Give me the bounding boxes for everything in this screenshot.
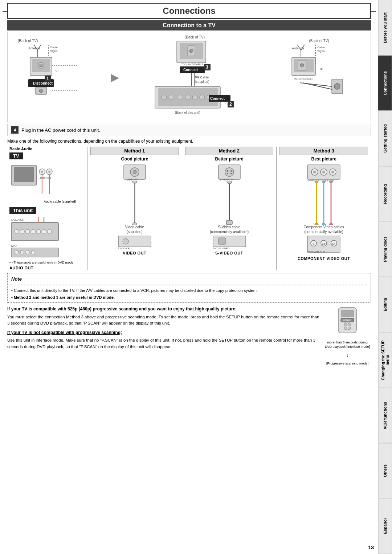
svg-text:Cr: Cr: [332, 243, 335, 245]
svg-rect-112: [219, 238, 226, 244]
svg-text:or: or: [320, 67, 323, 71]
svg-text:Connect: Connect: [183, 68, 198, 72]
diagram-row: (Back of TV) Antenna Cable Signal: [11, 35, 368, 119]
note-divider: [11, 285, 367, 285]
svg-text:Signal: Signal: [317, 49, 325, 53]
page-title: Connections: [163, 6, 215, 16]
progressive-caption2: [Progressive scanning mode]: [326, 361, 368, 366]
method3-port-label: COMPONENT VIDEO OUT: [298, 256, 350, 261]
svg-text:DVD: DVD: [11, 244, 17, 247]
svg-point-79: [42, 229, 46, 234]
method1-cable-svg: [131, 181, 138, 225]
svg-text:VIDEO IN: VIDEO IN: [127, 178, 138, 181]
page-title-bar: Connections: [7, 3, 371, 19]
svg-point-78: [36, 229, 41, 234]
method1-unit-connector-svg: DVD/VCR: [117, 234, 153, 249]
svg-point-102: [225, 168, 234, 176]
diagram-arrow: ▶: [111, 71, 119, 83]
back-of-tv-label-middle: (Back of TV): [185, 35, 205, 39]
method3-tv-connector-svg: COMPONENT VIDEO IN: [306, 163, 342, 181]
svg-point-99: [123, 239, 128, 244]
svg-text:2: 2: [229, 102, 232, 107]
svg-point-36: [169, 95, 174, 100]
svg-point-125: [315, 181, 318, 183]
svg-text:75Ω ANT/CABLE: 75Ω ANT/CABLE: [181, 63, 204, 66]
this-unit-drawing-svg: DVD/VCR or DVD: [9, 215, 82, 259]
method3-cables-svg: [309, 181, 338, 225]
svg-point-61: [334, 83, 340, 89]
audio-out-port-label: AUDIO OUT: [9, 266, 85, 270]
sidebar-tab-espanol[interactable]: Español: [378, 498, 392, 554]
svg-rect-140: [341, 310, 354, 317]
sidebar-tab-editing[interactable]: Editing: [378, 277, 392, 333]
this-unit-label: This unit: [9, 207, 36, 214]
sidebar-tab-recording[interactable]: Recording: [378, 166, 392, 222]
method1-quality: Good picture: [121, 156, 148, 162]
svg-point-105: [227, 173, 228, 174]
svg-point-23: [189, 49, 193, 53]
method3-column: Method 3 Best picture COMPONENT VIDEO IN: [276, 147, 371, 270]
svg-point-127: [329, 181, 333, 183]
svg-point-35: [162, 95, 167, 100]
svg-text:Y: Y: [313, 243, 314, 245]
svg-text:DVD S-VIDEO: DVD S-VIDEO: [213, 247, 230, 249]
svg-point-38: [185, 95, 190, 100]
sidebar-tab-playing-discs[interactable]: Playing discs: [378, 221, 392, 277]
svg-point-106: [230, 173, 232, 174]
method1-header: Method 1: [90, 147, 179, 155]
method1-tv-connector-svg: VIDEO IN: [120, 163, 149, 181]
basic-audio-label: Basic Audio: [9, 147, 85, 151]
svg-rect-111: [213, 236, 246, 247]
svg-point-39: [192, 95, 197, 100]
basic-audio-section: Basic Audio TV AUDIO IN Audio cable (sup…: [7, 147, 87, 270]
svg-text:Cable: Cable: [317, 46, 325, 49]
note-section: Note • Connect this unit directly to the…: [7, 273, 371, 303]
sidebar-tab-vcr[interactable]: VCR functions: [378, 388, 392, 443]
right-diagram-svg: Antenna Cable Signal 75Ω ANT/CABLE or: [290, 43, 348, 115]
svg-text:(Back of this unit): (Back of this unit): [175, 111, 200, 114]
method2-quality: Better picture: [215, 156, 243, 162]
svg-text:3: 3: [206, 65, 208, 70]
note-bullet2: • Method 2 and method 3 are only useful …: [11, 294, 367, 301]
svg-text:RF Cable: RF Cable: [195, 76, 209, 79]
progressive-section: If your TV is compatible with 525p (480p…: [7, 306, 371, 366]
svg-point-104: [230, 170, 232, 172]
sidebar-tab-changing-setup[interactable]: Changing the SETUP menu: [378, 333, 392, 388]
svg-text:(supplied): (supplied): [195, 80, 209, 83]
svg-point-86: [15, 250, 19, 254]
sidebar-tab-before-you-start[interactable]: Before you start: [378, 0, 392, 56]
svg-point-76: [25, 229, 30, 234]
svg-point-118: [322, 171, 325, 174]
tv-label: TV: [9, 152, 23, 159]
note-bullet1: • Connect this unit directly to the TV. …: [11, 288, 367, 294]
progressive-text1: You must select the connection Method 3 …: [7, 314, 320, 327]
sidebar-tab-getting-started[interactable]: Getting started: [378, 111, 392, 166]
svg-text:1: 1: [46, 76, 49, 81]
svg-text:DVD/VCR: DVD/VCR: [118, 247, 130, 249]
svg-point-80: [47, 229, 52, 234]
progressive-heading2: If your TV is not compatible with progre…: [7, 329, 320, 336]
step4-number: 4: [11, 126, 19, 134]
svg-point-37: [178, 95, 183, 100]
method3-cable-note: Component Video cables (commercially ava…: [303, 225, 344, 234]
back-of-tv-label-left: (Back of TV): [18, 39, 38, 43]
sidebar-tab-connections[interactable]: Connections: [378, 56, 392, 111]
method2-tv-connector-svg: S VIDEO IN: [215, 163, 244, 181]
svg-text:DVD/VCR: DVD/VCR: [11, 218, 24, 221]
tv-drawing-svg: AUDIO IN: [9, 162, 75, 198]
method3-header: Method 3: [279, 147, 368, 155]
progressive-text2: Use this unit in interlace mode. Make su…: [7, 337, 320, 350]
svg-point-96: [132, 181, 137, 183]
progressive-images: SETUP more than 3 seconds during DVD pla…: [324, 306, 371, 366]
svg-text:Cb: Cb: [322, 243, 325, 245]
svg-rect-65: [14, 167, 34, 182]
note-title: Note: [11, 276, 367, 283]
method2-header: Method 2: [185, 147, 274, 155]
sidebar-tab-others[interactable]: Others: [378, 443, 392, 499]
progressive-text: If your TV is compatible with 525p (480p…: [7, 306, 320, 366]
svg-point-88: [26, 250, 29, 254]
svg-point-146: [348, 327, 351, 330]
audio-cable-note: Audio cable (supplied): [35, 200, 85, 203]
tv-connection-diagram: (Back of TV) Antenna Cable Signal: [7, 32, 371, 122]
svg-text:Signal: Signal: [50, 49, 58, 53]
